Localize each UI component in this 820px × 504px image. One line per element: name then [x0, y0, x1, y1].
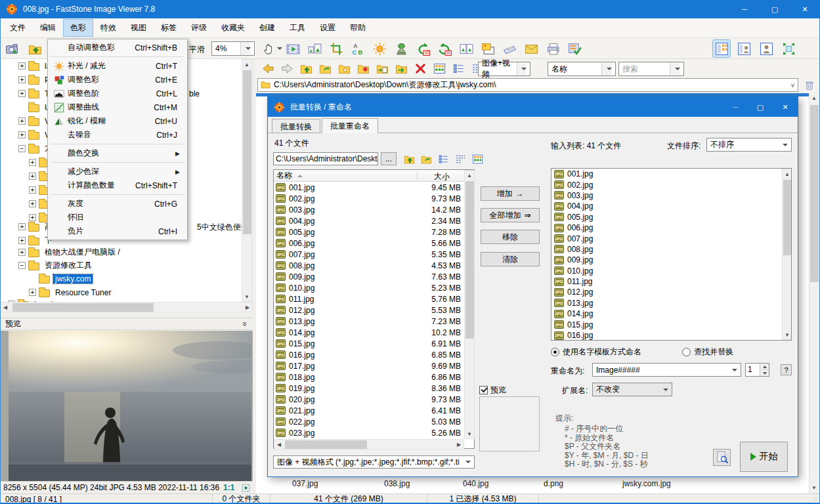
scroll-up-icon[interactable]: ▲: [783, 169, 792, 178]
file-row[interactable]: JPG021.jpg6.41 MB: [274, 405, 464, 416]
browse-button[interactable]: ...: [381, 152, 397, 165]
scroll-left-icon[interactable]: ◀: [274, 440, 284, 449]
tree-item-label[interactable]: Resource Tuner: [53, 288, 113, 297]
tree-vertical-scrollbar[interactable]: ▲ ▼: [242, 59, 252, 302]
menubar-item-10[interactable]: 工具: [283, 20, 312, 36]
scrollbar-thumb[interactable]: [243, 70, 251, 234]
screen-capture-icon[interactable]: [3, 40, 20, 57]
expand-icon[interactable]: +: [29, 186, 36, 194]
close-button[interactable]: ✕: [790, 0, 820, 18]
color-menu-item[interactable]: 调整曲线Ctrl+M: [48, 100, 187, 114]
rotate-right-90-icon[interactable]: 90: [436, 40, 453, 57]
search-input[interactable]: 搜索: [618, 62, 684, 76]
size-column-header[interactable]: 大小: [434, 171, 450, 182]
file-row[interactable]: JPG007.jpg5.35 MB: [274, 249, 464, 260]
template-naming-radio[interactable]: 使用名字模板方式命名: [551, 346, 641, 358]
settings-check-icon[interactable]: [566, 40, 583, 57]
file-row[interactable]: JPG002.jpg9.73 MB: [274, 193, 464, 204]
email-icon[interactable]: [523, 40, 540, 57]
chevron-down-icon[interactable]: [601, 62, 612, 75]
view-thumbnails-icon[interactable]: [470, 152, 485, 166]
color-menu-item[interactable]: 调整色彩Ctrl+E: [48, 73, 187, 87]
scrollbar-thumb[interactable]: [810, 105, 819, 282]
copy-to-folder-icon[interactable]: [374, 60, 390, 76]
extension-combo[interactable]: 不改变: [592, 383, 672, 396]
file-row[interactable]: JPG008.jpg4.53 MB: [274, 260, 464, 271]
scrollbar-thumb[interactable]: [783, 180, 792, 255]
menubar-item-5[interactable]: 视图: [124, 20, 153, 36]
help-button[interactable]: ?: [781, 364, 792, 375]
clone-stamp-icon[interactable]: [393, 40, 410, 57]
trash-icon[interactable]: [802, 78, 817, 93]
rotate-left-90-icon[interactable]: 90: [414, 40, 431, 57]
input-file-row[interactable]: JPG011.jpg: [551, 276, 783, 287]
file-row[interactable]: JPG017.jpg9.69 MB: [274, 360, 464, 371]
expand-icon[interactable]: +: [29, 173, 36, 180]
background-file-label[interactable]: 037.jpg: [292, 479, 318, 488]
expand-icon[interactable]: +: [18, 117, 26, 125]
scroll-left-icon[interactable]: ◀: [1, 303, 10, 312]
file-row[interactable]: JPG016.jpg6.85 MB: [274, 349, 464, 360]
color-menu-item[interactable]: 去噪音Ctrl+J: [48, 128, 187, 142]
view-details-icon[interactable]: [450, 60, 466, 76]
list-vertical-scrollbar[interactable]: ▲ ▼: [464, 170, 475, 439]
color-menu-item[interactable]: 灰度Ctrl+G: [48, 197, 187, 211]
input-file-row[interactable]: JPG002.jpg: [551, 179, 783, 190]
start-button[interactable]: 开始: [740, 442, 788, 472]
preview-report-button[interactable]: [713, 449, 731, 466]
layout-thumb-preview-icon[interactable]: [735, 40, 752, 57]
fullscreen-icon[interactable]: [780, 40, 797, 57]
scan-icon[interactable]: [501, 40, 518, 57]
minimize-button[interactable]: ─: [723, 97, 748, 117]
compare-icon[interactable]: [458, 40, 475, 57]
chevron-down-icon[interactable]: ∨: [790, 81, 795, 89]
menubar-item-12[interactable]: 帮助: [343, 20, 372, 36]
input-file-row[interactable]: JPG008.jpg: [551, 244, 783, 255]
scrollbar-thumb[interactable]: [12, 303, 154, 312]
name-column-header[interactable]: 名称: [276, 170, 292, 181]
expand-icon[interactable]: +: [18, 223, 26, 230]
collapse-icon[interactable]: −: [18, 145, 26, 152]
input-file-row[interactable]: JPG006.jpg: [551, 222, 783, 233]
folder-refresh-icon[interactable]: [317, 60, 333, 76]
file-row[interactable]: JPG019.jpg8.36 MB: [274, 383, 464, 394]
chevron-down-icon[interactable]: [465, 461, 471, 463]
ratio-select-icon[interactable]: [238, 480, 253, 495]
scroll-down-icon[interactable]: ▼: [783, 330, 792, 339]
folder-up-icon[interactable]: [402, 152, 416, 166]
menubar-item-11[interactable]: 设置: [313, 20, 342, 36]
color-menu-item[interactable]: 负片Ctrl+I: [48, 224, 187, 238]
back-icon[interactable]: [260, 60, 276, 76]
file-row[interactable]: JPG023.jpg5.26 MB: [274, 427, 464, 438]
clear-button[interactable]: 清除: [481, 252, 540, 266]
input-file-row[interactable]: JPG015.jpg: [551, 319, 783, 329]
input-file-row[interactable]: JPG014.jpg: [551, 308, 783, 319]
move-to-folder-icon[interactable]: [393, 60, 409, 76]
scroll-up-icon[interactable]: ▲: [809, 93, 819, 102]
input-file-row[interactable]: JPG007.jpg: [551, 233, 783, 243]
tree-item-jwsky.com[interactable]: jwsky.com: [29, 273, 93, 284]
tree-item-label[interactable]: 资源修改工具: [43, 260, 94, 271]
color-menu-item[interactable]: 锐化 / 模糊Ctrl+U: [48, 114, 187, 128]
background-file-label[interactable]: d.png: [544, 479, 563, 488]
expand-icon[interactable]: +: [29, 214, 36, 221]
input-file-row[interactable]: JPG003.jpg: [551, 190, 783, 201]
open-folder-icon[interactable]: [26, 40, 43, 57]
layout-image-icon[interactable]: [758, 40, 775, 57]
folder-favorites-icon[interactable]: [336, 60, 352, 76]
chevron-down-icon[interactable]: [240, 42, 251, 55]
find-replace-radio[interactable]: 查找并替换: [682, 346, 733, 358]
chevron-down-icon[interactable]: [517, 62, 527, 75]
wallpaper-icon[interactable]: [479, 40, 496, 57]
file-row[interactable]: JPG015.jpg6.91 MB: [274, 338, 464, 349]
chevron-down-icon[interactable]: [277, 47, 282, 50]
list-header[interactable]: 名称 大小: [274, 170, 464, 182]
radio-selected-icon[interactable]: [551, 348, 559, 356]
file-row[interactable]: JPG003.jpg14.2 MB: [274, 204, 464, 215]
input-list-scrollbar[interactable]: ▲ ▼: [782, 169, 792, 340]
background-file-label[interactable]: jwsky.com.jpg: [622, 479, 671, 488]
file-row[interactable]: JPG009.jpg7.63 MB: [274, 271, 464, 282]
input-file-row[interactable]: JPG012.jpg: [551, 287, 783, 297]
expand-icon[interactable]: +: [29, 159, 36, 166]
menubar-item-2[interactable]: 编辑: [33, 20, 62, 36]
